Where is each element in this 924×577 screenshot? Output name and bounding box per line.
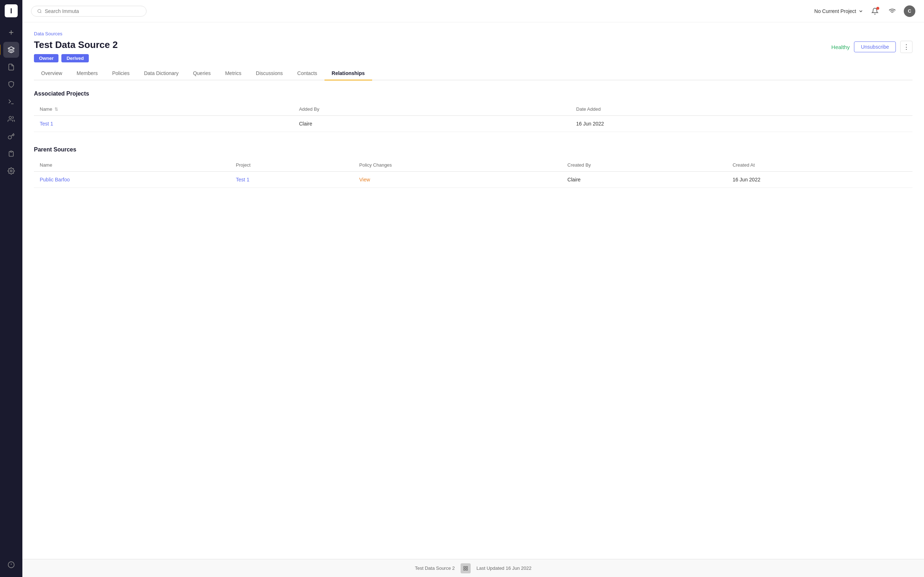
- terminal-icon: [8, 98, 15, 105]
- footer-source-name: Test Data Source 2: [415, 566, 455, 571]
- sidebar-item-help[interactable]: [3, 557, 19, 573]
- parent-created-at-cell: 16 Jun 2022: [727, 172, 913, 188]
- svg-rect-14: [466, 566, 467, 567]
- tab-queries[interactable]: Queries: [186, 67, 218, 81]
- tab-members[interactable]: Members: [69, 67, 105, 81]
- notification-dot: [876, 7, 879, 10]
- associated-projects-table: Name ⇅ Added By Date Added Test 1 Claire…: [34, 103, 913, 132]
- ps-col-policy-header: Policy Changes: [353, 159, 562, 172]
- associated-projects-title: Associated Projects: [34, 90, 913, 97]
- badge-derived: Derived: [61, 54, 89, 62]
- table-row: Test 1 Claire 16 Jun 2022: [34, 116, 913, 132]
- search-input[interactable]: [45, 8, 141, 14]
- svg-marker-2: [8, 47, 15, 50]
- svg-point-10: [38, 10, 41, 13]
- ps-col-project-header: Project: [230, 159, 354, 172]
- settings-icon: [8, 167, 15, 174]
- app-logo[interactable]: I: [5, 4, 18, 17]
- policy-changes-view-link[interactable]: View: [353, 172, 562, 188]
- parent-sources-title: Parent Sources: [34, 147, 913, 153]
- project-name-link[interactable]: Test 1: [34, 116, 293, 132]
- parent-source-project-link[interactable]: Test 1: [230, 172, 354, 188]
- main-content: No Current Project C Data Sources Test D…: [23, 0, 924, 577]
- unsubscribe-button[interactable]: Unsubscribe: [854, 42, 896, 52]
- col-date-added-header: Date Added: [570, 103, 913, 116]
- badge-owner: Owner: [34, 54, 58, 62]
- sidebar-item-keys[interactable]: [3, 128, 19, 144]
- badges: Owner Derived: [34, 54, 118, 62]
- tab-overview[interactable]: Overview: [34, 67, 69, 81]
- topbar: No Current Project C: [23, 0, 924, 23]
- search-box[interactable]: [31, 6, 147, 16]
- footer-grid-icon: [463, 566, 468, 571]
- ps-col-created-by-header: Created By: [562, 159, 727, 172]
- sidebar-item-security[interactable]: [3, 76, 19, 92]
- tab-discussions[interactable]: Discussions: [249, 67, 290, 81]
- topbar-right: No Current Project C: [814, 5, 915, 17]
- sidebar-item-reports[interactable]: [3, 59, 19, 75]
- key-icon: [8, 133, 15, 140]
- search-icon: [37, 9, 42, 14]
- sidebar-item-add[interactable]: [3, 24, 19, 40]
- footer: Test Data Source 2 Last Updated 16 Jun 2…: [23, 559, 924, 577]
- ps-col-created-at-header: Created At: [727, 159, 913, 172]
- project-selector[interactable]: No Current Project: [814, 8, 863, 14]
- parent-created-by-cell: Claire: [562, 172, 727, 188]
- shield-icon: [8, 81, 15, 88]
- sidebar-item-terminal[interactable]: [3, 94, 19, 110]
- wifi-icon: [888, 8, 896, 15]
- header-actions: Healthy Unsubscribe ⋮: [831, 41, 913, 53]
- page-content: Data Sources Test Data Source 2 Owner De…: [23, 23, 924, 559]
- svg-line-11: [40, 12, 41, 13]
- parent-sources-table: Name Project Policy Changes Created By C…: [34, 159, 913, 188]
- notifications-button[interactable]: [869, 5, 881, 17]
- users-icon: [8, 115, 15, 122]
- parent-source-name-link[interactable]: Public Barfoo: [34, 172, 230, 188]
- health-status: Healthy: [831, 44, 850, 50]
- more-actions-button[interactable]: ⋮: [900, 41, 913, 53]
- footer-icon: [460, 563, 471, 574]
- clipboard-icon: [8, 150, 15, 157]
- table-row: Public Barfoo Test 1 View Claire 16 Jun …: [34, 172, 913, 188]
- svg-rect-15: [464, 569, 465, 570]
- page-header: Test Data Source 2 Owner Derived Healthy…: [34, 39, 913, 62]
- tabs: Overview Members Policies Data Dictionar…: [34, 67, 913, 81]
- help-icon: [8, 561, 15, 568]
- tab-policies[interactable]: Policies: [105, 67, 137, 81]
- sidebar-item-audit[interactable]: [3, 146, 19, 161]
- plus-icon: [8, 29, 15, 36]
- signal-icon-button[interactable]: [887, 5, 898, 17]
- tab-metrics[interactable]: Metrics: [218, 67, 249, 81]
- svg-point-6: [10, 170, 12, 172]
- date-added-cell: 16 Jun 2022: [570, 116, 913, 132]
- sidebar: I: [0, 0, 23, 577]
- file-icon: [8, 63, 15, 71]
- sidebar-item-datasources[interactable]: [3, 42, 19, 58]
- page-title: Test Data Source 2: [34, 39, 118, 50]
- breadcrumb[interactable]: Data Sources: [34, 31, 913, 36]
- user-avatar[interactable]: C: [904, 5, 915, 17]
- tab-relationships[interactable]: Relationships: [325, 67, 372, 81]
- footer-last-updated: Last Updated 16 Jun 2022: [477, 566, 531, 571]
- sidebar-item-settings[interactable]: [3, 163, 19, 179]
- layers-icon: [8, 46, 15, 53]
- page-title-section: Test Data Source 2 Owner Derived: [34, 39, 118, 62]
- ps-col-name-header: Name: [34, 159, 230, 172]
- svg-rect-5: [10, 151, 12, 152]
- sidebar-item-users[interactable]: [3, 111, 19, 127]
- svg-rect-13: [464, 566, 465, 567]
- added-by-cell: Claire: [293, 116, 570, 132]
- tab-contacts[interactable]: Contacts: [290, 67, 325, 81]
- col-added-by-header: Added By: [293, 103, 570, 116]
- sort-icon[interactable]: ⇅: [55, 107, 58, 112]
- project-label: No Current Project: [814, 8, 856, 14]
- svg-point-4: [9, 116, 11, 119]
- svg-rect-16: [466, 569, 467, 570]
- col-name-header: Name ⇅: [34, 103, 293, 116]
- tab-data-dictionary[interactable]: Data Dictionary: [137, 67, 186, 81]
- more-dots-icon: ⋮: [903, 43, 909, 51]
- chevron-updown-icon: [858, 9, 863, 14]
